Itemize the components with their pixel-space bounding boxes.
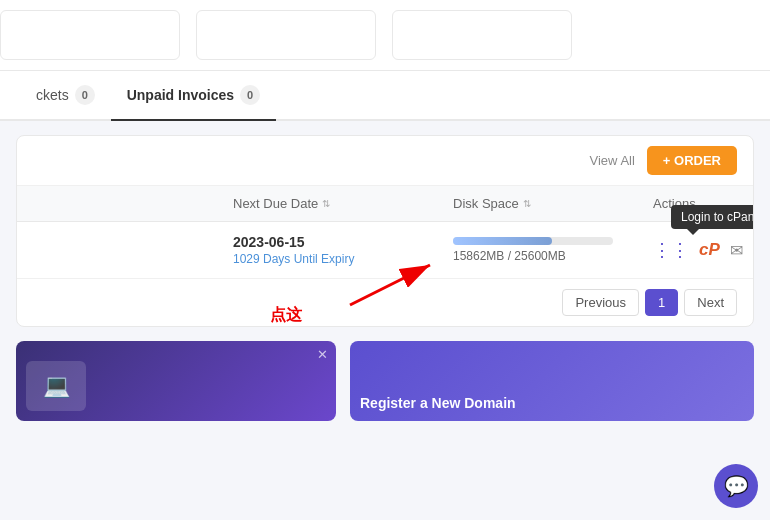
- promo-title: Register a New Domain: [360, 395, 516, 411]
- progress-bar-wrap: [453, 237, 613, 245]
- chat-icon: 💬: [724, 474, 749, 498]
- tab-tickets-label: ckets: [36, 87, 69, 103]
- promo-card-left: ✕ 💻: [16, 341, 336, 421]
- date-sub: 1029 Days Until Expiry: [233, 252, 453, 266]
- th-next-due-date: Next Due Date ⇅: [233, 196, 453, 211]
- hosting-section: View All + ORDER Next Due Date ⇅ Disk Sp…: [16, 135, 754, 327]
- promo-close-icon[interactable]: ✕: [317, 347, 328, 362]
- table-header: Next Due Date ⇅ Disk Space ⇅ Actions: [17, 186, 753, 222]
- chat-bubble[interactable]: 💬: [714, 464, 758, 508]
- card-2: [196, 10, 376, 60]
- cell-date: 2023-06-15 1029 Days Until Expiry: [233, 234, 453, 266]
- tab-unpaid-invoices[interactable]: Unpaid Invoices 0: [111, 71, 276, 121]
- gear-icon[interactable]: ⚙: [753, 241, 754, 260]
- section-header: View All + ORDER: [17, 136, 753, 186]
- pagination: Previous 1 Next: [17, 279, 753, 326]
- cell-actions: Login to cPanel ⋮⋮ cP ✉ ⚙ ℹ: [653, 239, 754, 261]
- cell-disk: 15862MB / 25600MB: [453, 237, 653, 263]
- card-1: [0, 10, 180, 60]
- table-row: 2023-06-15 1029 Days Until Expiry 15862M…: [17, 222, 753, 279]
- tab-tickets-badge: 0: [75, 85, 95, 105]
- th-empty: [33, 196, 233, 211]
- apps-icon[interactable]: ⋮⋮: [653, 239, 689, 261]
- disk-text: 15862MB / 25600MB: [453, 249, 653, 263]
- promo-card-right: Register a New Domain: [350, 341, 754, 421]
- tab-unpaid-invoices-label: Unpaid Invoices: [127, 87, 234, 103]
- page-1-button[interactable]: 1: [645, 289, 678, 316]
- promo-image-left: 💻: [26, 361, 86, 411]
- th-disk-space: Disk Space ⇅: [453, 196, 653, 211]
- cards-area: [0, 0, 770, 71]
- progress-bar-fill: [453, 237, 552, 245]
- table: Next Due Date ⇅ Disk Space ⇅ Actions 202…: [17, 186, 753, 279]
- tab-tickets[interactable]: ckets 0: [20, 71, 111, 121]
- order-button[interactable]: + ORDER: [647, 146, 737, 175]
- date-main: 2023-06-15: [233, 234, 453, 250]
- tabs-row: ckets 0 Unpaid Invoices 0: [0, 71, 770, 121]
- cpanel-tooltip: Login to cPanel: [671, 205, 754, 229]
- sort-icon-disk: ⇅: [523, 198, 531, 209]
- view-all-link[interactable]: View All: [590, 153, 635, 168]
- cpanel-icon[interactable]: cP: [699, 240, 720, 260]
- promo-device-icon: 💻: [43, 373, 70, 399]
- mail-icon[interactable]: ✉: [730, 241, 743, 260]
- promo-row: ✕ 💻 Register a New Domain: [16, 341, 754, 421]
- card-3: [392, 10, 572, 60]
- prev-button[interactable]: Previous: [562, 289, 639, 316]
- tab-unpaid-invoices-badge: 0: [240, 85, 260, 105]
- next-button[interactable]: Next: [684, 289, 737, 316]
- sort-icon-date: ⇅: [322, 198, 330, 209]
